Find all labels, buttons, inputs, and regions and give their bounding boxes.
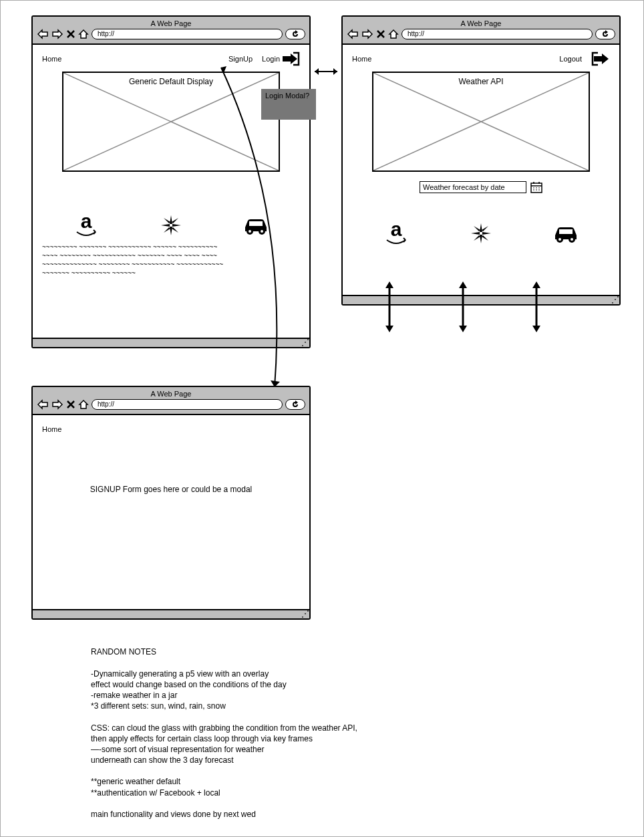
notes-title: RANDOM NOTES	[91, 646, 558, 657]
browser-chrome: A Web Page http://	[33, 17, 309, 45]
weather-api-placeholder: Weather API	[372, 72, 590, 172]
svg-point-6	[261, 230, 263, 233]
svg-rect-25	[559, 229, 573, 234]
go-button[interactable]	[285, 29, 305, 39]
browser-window-2: A Web Page http:// Home Logout	[341, 15, 621, 306]
stop-icon[interactable]	[66, 400, 75, 409]
home-icon[interactable]	[78, 399, 89, 410]
yelp-icon[interactable]	[160, 214, 182, 237]
amazon-icon[interactable]: a	[71, 212, 101, 239]
back-arrow-icon[interactable]	[37, 399, 49, 410]
browser-title: A Web Page	[37, 19, 305, 27]
back-arrow-icon[interactable]	[347, 29, 359, 39]
placeholder-label: Generic Default Display	[63, 77, 279, 86]
forward-arrow-icon[interactable]	[51, 399, 63, 410]
url-input[interactable]: http://	[401, 29, 593, 39]
back-arrow-icon[interactable]	[37, 29, 49, 39]
svg-text:a: a	[391, 220, 402, 240]
svg-point-19	[538, 189, 540, 191]
browser-footer: ⋰	[343, 295, 619, 304]
svg-rect-7	[249, 221, 263, 226]
url-input[interactable]: http://	[92, 29, 283, 39]
home-icon[interactable]	[388, 29, 399, 39]
forward-arrow-icon[interactable]	[361, 29, 373, 39]
login-modal-note: Login Modal?	[261, 89, 316, 120]
reload-icon	[601, 30, 609, 38]
browser-chrome: A Web Page http://	[33, 387, 309, 415]
svg-point-22	[558, 238, 561, 241]
browser-window-1: A Web Page http:// Home SignUp Login	[31, 15, 311, 348]
login-arrow-icon[interactable]	[281, 51, 300, 66]
calendar-icon[interactable]	[530, 181, 542, 193]
svg-point-14	[533, 187, 534, 189]
svg-point-4	[249, 230, 251, 233]
placeholder-label: Weather API	[373, 77, 589, 86]
svg-point-18	[536, 189, 537, 191]
svg-point-17	[533, 189, 534, 191]
logout-arrow-icon[interactable]	[591, 51, 610, 66]
nav-login-link[interactable]: Login	[262, 55, 280, 63]
yelp-icon[interactable]	[470, 222, 492, 245]
reload-icon	[291, 400, 299, 408]
notes-body: -Dynamically generating a p5 view with a…	[91, 669, 558, 837]
go-button[interactable]	[285, 399, 305, 410]
browser-window-3: A Web Page http:// Home SIGNUP Form goes…	[31, 386, 311, 620]
browser-footer: ⋰	[33, 609, 309, 618]
nav-signup-link[interactable]: SignUp	[228, 55, 253, 63]
reload-icon	[291, 30, 299, 38]
lorem-text-block: ~~~~~~~~~ ~~~~~~~ ~~~~~~~~~~~ ~~~~~~ ~~~…	[42, 244, 300, 277]
nav-home-link[interactable]: Home	[42, 55, 61, 63]
url-input[interactable]: http://	[92, 399, 283, 410]
browser-title: A Web Page	[37, 390, 305, 398]
svg-point-24	[571, 238, 573, 241]
browser-title: A Web Page	[347, 19, 615, 27]
forecast-date-input[interactable]: Weather forecast by date	[420, 181, 526, 193]
svg-text:a: a	[81, 212, 92, 232]
connector-arrow-horizontal	[311, 65, 341, 78]
browser-chrome: A Web Page http://	[343, 17, 619, 45]
nav-home-link[interactable]: Home	[42, 425, 61, 433]
generic-display-placeholder: Generic Default Display	[62, 72, 280, 172]
stop-icon[interactable]	[376, 29, 385, 39]
svg-point-16	[538, 187, 540, 189]
resize-grip-icon[interactable]: ⋰	[301, 339, 308, 346]
amazon-icon[interactable]: a	[381, 220, 411, 247]
home-icon[interactable]	[78, 29, 89, 39]
car-icon[interactable]	[241, 215, 271, 235]
stop-icon[interactable]	[66, 29, 75, 39]
random-notes: RANDOM NOTES -Dynamically generating a p…	[91, 636, 558, 837]
signup-form-text: SIGNUP Form goes here or could be a moda…	[42, 485, 300, 494]
svg-point-15	[536, 187, 537, 189]
resize-grip-icon[interactable]: ⋰	[301, 610, 308, 617]
forward-arrow-icon[interactable]	[51, 29, 63, 39]
nav-home-link[interactable]: Home	[352, 55, 371, 63]
browser-footer: ⋰	[33, 338, 309, 347]
go-button[interactable]	[595, 29, 615, 39]
car-icon[interactable]	[551, 223, 581, 243]
resize-grip-icon[interactable]: ⋰	[611, 296, 618, 303]
wireframe-canvas: A Web Page http:// Home SignUp Login	[0, 0, 644, 837]
nav-logout-link[interactable]: Logout	[559, 55, 582, 63]
